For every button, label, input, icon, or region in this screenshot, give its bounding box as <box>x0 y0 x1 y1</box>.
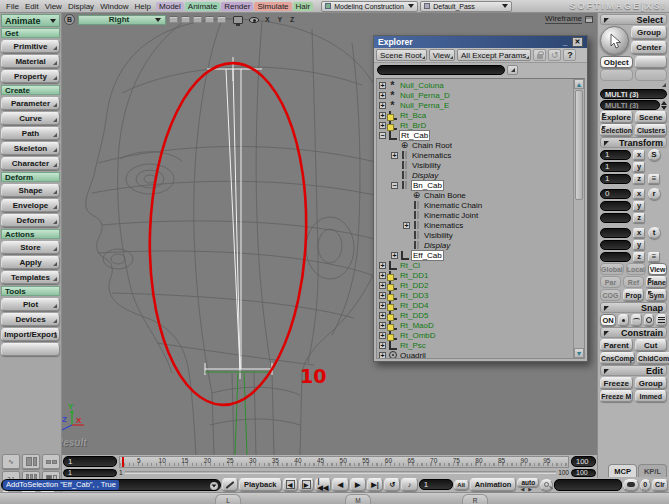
tree-expand-toggle[interactable]: + <box>379 352 386 359</box>
key-marker-button[interactable] <box>623 479 639 491</box>
rotate-z-field[interactable] <box>600 213 631 223</box>
tree-scrollbar[interactable]: ▲ ▼ <box>573 79 584 358</box>
tree-item[interactable]: Visibility <box>377 230 573 240</box>
search-options-button[interactable] <box>507 65 518 75</box>
timeline-ruler[interactable]: 5101520253035404550556065707580859095 <box>119 456 569 468</box>
translate-options-icon[interactable]: ≡ <box>648 252 660 262</box>
empty-filter-button[interactable] <box>600 69 633 81</box>
left-panel-row[interactable]: Envelope <box>1 199 60 212</box>
tree-item-label[interactable]: Rt_DD4 <box>399 301 429 310</box>
scale-options-icon[interactable]: ≡ <box>648 174 660 184</box>
scale-z-field[interactable]: 1 <box>600 174 631 184</box>
ref-ref-button[interactable]: Ref <box>623 276 644 288</box>
tree-item[interactable]: + Rt_DD5 <box>377 310 573 320</box>
scroll-up-arrow[interactable]: ▲ <box>574 79 584 89</box>
scale-y-field[interactable]: 1 <box>600 162 631 172</box>
tree-expand-toggle[interactable]: + <box>379 332 386 339</box>
tree-expand-toggle[interactable]: + <box>379 312 386 319</box>
tree-expand-toggle[interactable]: + <box>379 102 386 109</box>
scroll-down-arrow[interactable]: ▼ <box>574 348 584 358</box>
keyable-params-field[interactable] <box>554 479 622 491</box>
tree-item-label[interactable]: Rt_Cab <box>399 130 430 141</box>
tree-item-label[interactable]: Null_Perna_D <box>399 91 451 100</box>
freeze-button[interactable]: Freeze <box>600 377 633 389</box>
menu-item[interactable]: Window <box>97 2 131 11</box>
tree-item[interactable]: + Eff_Cab <box>377 250 573 260</box>
play-backward-button[interactable]: ◀ <box>332 478 348 491</box>
tree-item[interactable]: − Rt_Cab <box>377 130 573 140</box>
animation-menu-button[interactable]: Animation <box>470 478 517 491</box>
scale-x-axis-button[interactable]: x <box>633 150 645 160</box>
play-forward-button[interactable]: ▶ <box>350 478 366 491</box>
constrain-header[interactable]: Constrain <box>600 327 667 338</box>
tree-item-label[interactable]: Kinematic Joint <box>423 211 479 220</box>
tree-item[interactable]: + Rt_DD4 <box>377 300 573 310</box>
tree-expand-toggle[interactable]: − <box>379 132 386 139</box>
tree-item-label[interactable]: Display <box>411 171 439 180</box>
translate-z-axis-button[interactable]: z <box>633 252 645 262</box>
ref-plane-button[interactable]: Plane <box>646 276 667 288</box>
tree-item[interactable]: Display <box>377 240 573 250</box>
tree-item-label[interactable]: Chain Bone <box>423 191 467 200</box>
tree-item[interactable]: Display <box>377 170 573 180</box>
left-panel-row[interactable]: Apply <box>1 256 60 269</box>
camera-icon[interactable] <box>233 16 243 24</box>
scrollbar-track[interactable] <box>574 201 584 348</box>
clusters-button[interactable]: Clusters <box>635 124 667 136</box>
left-panel-row[interactable]: Material <box>1 55 60 68</box>
tree-item-label[interactable]: Bn_Cab <box>411 180 444 191</box>
tree-item[interactable]: + Kinematics <box>377 220 573 230</box>
scene-root-menu-button[interactable]: Scene Root <box>376 49 427 61</box>
selection-list-arrows[interactable] <box>661 101 667 110</box>
rotate-x-axis-button[interactable]: x <box>633 189 645 199</box>
left-panel-row[interactable]: Shape <box>1 184 60 197</box>
tree-item[interactable]: + Null_Coluna <box>377 80 573 90</box>
ref-local-button[interactable]: Local <box>626 263 646 275</box>
selection-button[interactable]: Selection <box>600 124 633 136</box>
tree-expand-toggle[interactable]: + <box>391 252 398 259</box>
menu-item[interactable]: File <box>3 2 22 11</box>
minimize-button[interactable]: _ <box>560 37 570 47</box>
tree-item[interactable]: + Rt_Bca <box>377 110 573 120</box>
clear-keys-button[interactable]: Clr <box>652 479 668 491</box>
layout-preset-four-pane-button[interactable] <box>42 454 60 469</box>
playback-menu-button[interactable]: Playback <box>239 478 282 491</box>
edit-group-button[interactable]: Group <box>635 377 668 389</box>
tree-item-label[interactable]: Kinematics <box>423 221 464 230</box>
tree-item-label[interactable]: Rt_DD5 <box>399 311 429 320</box>
layout-preset-single-button[interactable]: ∿ <box>2 454 20 469</box>
menu-item[interactable]: Help <box>132 2 154 11</box>
selection-field-2[interactable]: MULTI (3) <box>600 100 660 110</box>
left-panel-row[interactable]: Store <box>1 241 60 254</box>
explorer-titlebar[interactable]: Explorer _ ✕ <box>374 36 587 48</box>
lock-button[interactable] <box>533 49 546 61</box>
tree-item[interactable]: + Rt_BrD <box>377 120 573 130</box>
snap-circle-button[interactable] <box>644 314 655 326</box>
refresh-button[interactable]: ↺ <box>548 49 561 61</box>
left-panel-row[interactable]: Devices <box>1 313 60 326</box>
module-menu-item[interactable]: Hair <box>293 2 314 11</box>
module-switcher-dropdown[interactable]: Animate <box>1 14 60 27</box>
tree-item-label[interactable]: Display <box>423 241 451 250</box>
explorer-search-input[interactable] <box>377 65 505 75</box>
tree-expand-toggle[interactable]: + <box>379 112 386 119</box>
snap-point-button[interactable] <box>618 314 629 326</box>
tree-item-label[interactable]: Null_Perna_E <box>399 101 450 110</box>
menu-item[interactable]: Edit <box>22 2 42 11</box>
loop-button[interactable]: ↺ <box>384 478 400 491</box>
layout-preset-two-pane-button[interactable] <box>22 454 40 469</box>
tree-item[interactable]: + Rt_DD2 <box>377 280 573 290</box>
ref-view-button[interactable]: View <box>648 263 667 275</box>
scrollbar-thumb[interactable] <box>575 90 583 200</box>
translate-y-axis-button[interactable]: y <box>633 240 645 250</box>
view-menu-button[interactable]: View <box>429 49 455 61</box>
tree-item[interactable]: − Bn_Cab <box>377 180 573 190</box>
viewport-camera-dropdown[interactable]: Right <box>78 15 166 25</box>
scale-mode-button[interactable]: S <box>648 149 661 161</box>
tab-mcp[interactable]: MCP <box>608 464 637 477</box>
snap-on-button[interactable]: ON <box>600 314 616 326</box>
translate-x-field[interactable] <box>600 228 631 238</box>
tree-expand-toggle[interactable]: + <box>379 342 386 349</box>
menu-item[interactable]: View <box>42 2 65 11</box>
filter-options-button[interactable] <box>659 82 667 88</box>
